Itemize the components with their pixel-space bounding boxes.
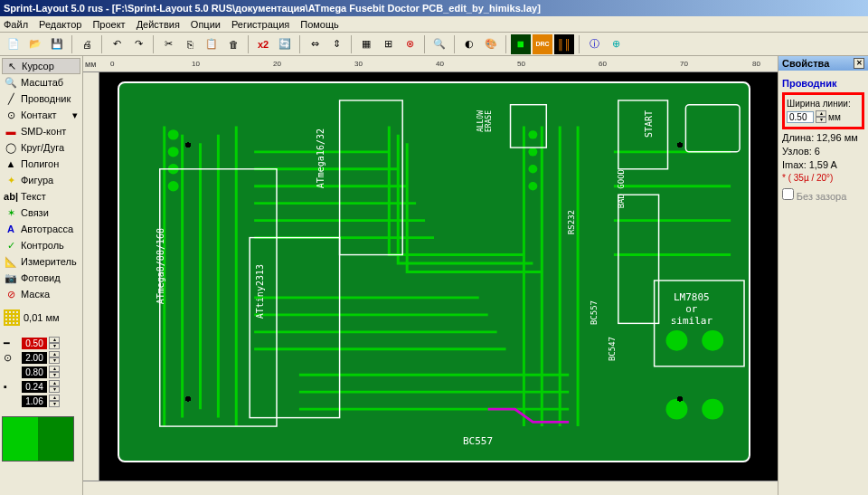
scrollbar-horizontal[interactable] bbox=[83, 481, 778, 495]
smd-h-spinner[interactable]: ▴▾ bbox=[49, 395, 60, 407]
note-row: * ( 35µ / 20°) bbox=[782, 173, 864, 183]
pad-inner-value[interactable]: 0.80 bbox=[22, 366, 47, 378]
open-button[interactable]: 📂 bbox=[25, 34, 45, 54]
cursor-icon: ↖ bbox=[5, 60, 18, 72]
tool-mask[interactable]: ⊘Маска bbox=[2, 286, 80, 302]
mirror-h-button[interactable]: ⇔ bbox=[305, 34, 325, 54]
pad-outer-spinner[interactable]: ▴▾ bbox=[49, 351, 60, 364]
menu-bar: Файл Редактор Проект Действия Опции Реги… bbox=[0, 16, 868, 33]
tool-photoview[interactable]: 📷Фотовид bbox=[2, 270, 80, 286]
smd-h-value[interactable]: 1.06 bbox=[22, 395, 47, 407]
grid-value: 0,01 мм bbox=[24, 312, 60, 323]
menu-options[interactable]: Опции bbox=[191, 19, 221, 30]
text-icon: ab| bbox=[5, 190, 17, 203]
tool-circle[interactable]: ◯Круг/Дуга bbox=[2, 139, 80, 156]
length-row: Длина: 12,96 мм bbox=[782, 132, 864, 143]
target-button[interactable]: ⊕ bbox=[606, 34, 626, 54]
width-spinner[interactable]: ▴▾ bbox=[816, 110, 826, 123]
pcb-canvas[interactable]: ATmega8/88/168 ATtiny2313 ATmega16/32 AL… bbox=[99, 72, 778, 481]
menu-help[interactable]: Помощь bbox=[300, 19, 339, 30]
delete-button[interactable]: 🗑 bbox=[223, 34, 243, 54]
undo-button[interactable]: ↶ bbox=[107, 34, 127, 54]
properties-subtitle: Проводник bbox=[782, 78, 864, 89]
menu-registration[interactable]: Регистрация bbox=[231, 19, 289, 30]
tool-measure[interactable]: 📐Измеритель bbox=[2, 253, 80, 270]
tool-connections[interactable]: ✶Связи bbox=[2, 205, 80, 221]
ruler-vertical[interactable] bbox=[83, 72, 99, 481]
width-unit: мм bbox=[828, 112, 841, 122]
tool-cursor[interactable]: ↖Курсор bbox=[2, 58, 80, 74]
test-button[interactable]: ║║ bbox=[554, 34, 574, 54]
tool-shape[interactable]: ✦Фигура bbox=[2, 172, 80, 188]
main-toolbar: 📄 📂 💾 🖨 ↶ ↷ ✂ ⎘ 📋 🗑 x2 🔄 ⇔ ⇕ ▦ ⊞ ⊗ 🔍 ◐ 🎨… bbox=[0, 33, 868, 56]
contrast-button[interactable]: ◐ bbox=[459, 34, 479, 54]
tool-zoom[interactable]: 🔍Масштаб bbox=[2, 74, 80, 90]
track-width-row: ━ 0.50 ▴▾ bbox=[4, 337, 79, 349]
x2-button[interactable]: x2 bbox=[253, 34, 273, 54]
tool-check[interactable]: ✓Контроль bbox=[2, 237, 80, 253]
silk-atmega16: ATmega16/32 bbox=[316, 129, 326, 188]
rotate-button[interactable]: 🔄 bbox=[275, 34, 295, 54]
tool-polygon[interactable]: ▲Полигон bbox=[2, 156, 80, 172]
pad-inner-spinner[interactable]: ▴▾ bbox=[49, 366, 60, 378]
grid-icon[interactable] bbox=[4, 309, 20, 326]
tool-smd[interactable]: ▬SMD-конт bbox=[2, 123, 80, 139]
svg-point-8 bbox=[666, 330, 688, 351]
cut-button[interactable]: ✂ bbox=[158, 34, 178, 54]
menu-file[interactable]: Файл bbox=[4, 19, 28, 30]
smd-h-row: 1.06 ▴▾ bbox=[4, 395, 79, 407]
tool-text[interactable]: ab|Текст bbox=[2, 188, 80, 205]
drc-button[interactable]: ▦ bbox=[511, 34, 531, 54]
track-width-value[interactable]: 0.50 bbox=[22, 338, 47, 349]
tool-track[interactable]: ╱Проводник bbox=[2, 90, 80, 107]
align-button[interactable]: ▦ bbox=[356, 34, 376, 54]
copy-button[interactable]: ⎘ bbox=[180, 34, 200, 54]
check-icon: ✓ bbox=[5, 239, 17, 252]
drc2-button[interactable]: DRC bbox=[533, 34, 552, 54]
tool-pad[interactable]: ⊙Контакт▾ bbox=[2, 107, 80, 123]
properties-title-bar: Свойства ✕ bbox=[778, 56, 868, 71]
clearance-checkbox[interactable]: Без зазора bbox=[782, 188, 864, 202]
canvas-area: 01020304050607080 bbox=[83, 56, 778, 495]
svg-point-2 bbox=[168, 164, 179, 174]
pcb-traces bbox=[119, 83, 749, 461]
width-input[interactable] bbox=[787, 111, 814, 123]
tool-autoroute[interactable]: AАвтотрасса bbox=[2, 221, 80, 237]
smd-w-value[interactable]: 0.24 bbox=[22, 381, 47, 393]
measure-icon: 📐 bbox=[5, 255, 17, 268]
mirror-v-button[interactable]: ⇕ bbox=[326, 34, 346, 54]
silk-bc557a: BC557 bbox=[590, 300, 599, 325]
save-button[interactable]: 💾 bbox=[47, 34, 67, 54]
properties-close-button[interactable]: ✕ bbox=[854, 58, 864, 69]
snap-button[interactable]: ⊞ bbox=[378, 34, 398, 54]
shape-icon: ✦ bbox=[5, 174, 17, 186]
imax-row: Imax: 1,59 A bbox=[782, 159, 864, 170]
smd-w-spinner[interactable]: ▴▾ bbox=[49, 380, 60, 393]
menu-project[interactable]: Проект bbox=[92, 19, 125, 30]
svg-point-9 bbox=[702, 330, 723, 351]
silk-start: START bbox=[644, 110, 654, 138]
zoom-icon: 🔍 bbox=[5, 76, 17, 89]
menu-actions[interactable]: Действия bbox=[137, 19, 180, 30]
info-button[interactable]: ⓘ bbox=[584, 34, 604, 54]
parts-button[interactable]: 🎨 bbox=[481, 34, 501, 54]
track-width-spinner[interactable]: ▴▾ bbox=[49, 337, 60, 349]
svg-rect-18 bbox=[618, 195, 659, 323]
new-button[interactable]: 📄 bbox=[4, 34, 24, 54]
paste-button[interactable]: 📋 bbox=[202, 34, 222, 54]
layer-preview[interactable] bbox=[2, 416, 74, 462]
print-button[interactable]: 🖨 bbox=[77, 34, 97, 54]
app-title: Sprint-Layout 5.0 rus - [F:\Sprint-Layou… bbox=[4, 3, 541, 14]
redo-button[interactable]: ↷ bbox=[128, 34, 148, 54]
pcb-board: ATmega8/88/168 ATtiny2313 ATmega16/32 AL… bbox=[118, 81, 750, 462]
smd-icon: ▬ bbox=[5, 125, 17, 138]
remove-button[interactable]: ⊗ bbox=[400, 34, 420, 54]
zoom-button[interactable]: 🔍 bbox=[429, 34, 449, 54]
tool-palette: ↖Курсор 🔍Масштаб ╱Проводник ⊙Контакт▾ ▬S… bbox=[0, 56, 83, 495]
menu-editor[interactable]: Редактор bbox=[39, 19, 81, 30]
silk-badgood: BAD GOOD bbox=[617, 169, 626, 208]
grid-section: 0,01 мм bbox=[2, 308, 80, 328]
ruler-horizontal[interactable]: 01020304050607080 bbox=[83, 56, 778, 72]
pad-outer-value[interactable]: 2.00 bbox=[22, 352, 47, 364]
clearance-checkbox-input[interactable] bbox=[782, 188, 794, 200]
